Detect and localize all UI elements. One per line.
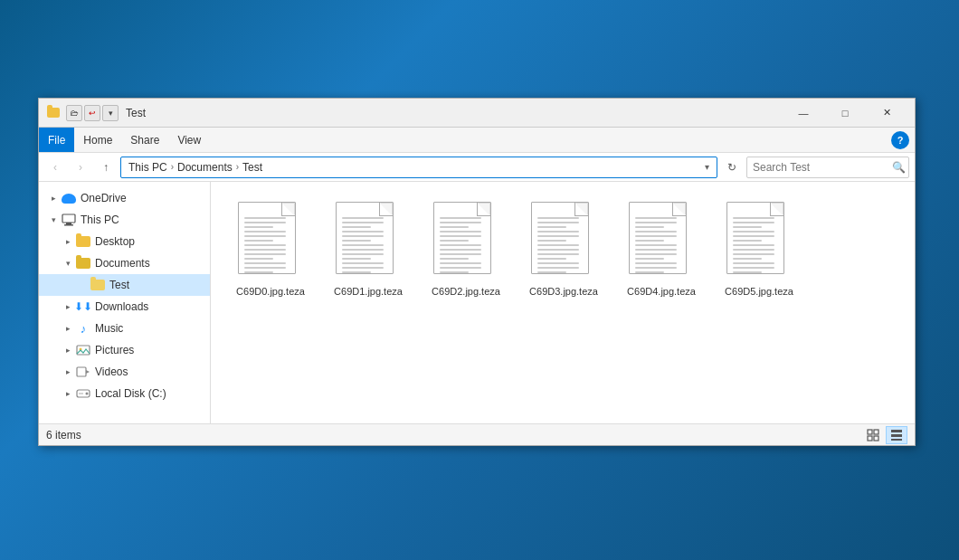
sidebar-label-downloads: Downloads [95, 300, 148, 313]
videos-icon [75, 364, 91, 380]
file-item-1[interactable]: C69D1.jpg.teza [323, 196, 413, 303]
chevron-pictures [61, 343, 75, 357]
svg-rect-12 [868, 436, 872, 441]
sidebar-label-onedrive: OneDrive [81, 192, 127, 204]
sidebar-item-videos[interactable]: Videos [39, 361, 210, 383]
sidebar-item-music[interactable]: ♪ Music [39, 318, 210, 339]
sidebar-item-downloads[interactable]: ⬇ Downloads [39, 296, 210, 318]
menu-view[interactable]: View [168, 128, 210, 152]
file-name-1: C69D1.jpg.teza [334, 285, 403, 298]
downloads-icon: ⬇ [75, 299, 91, 315]
chevron-documents [61, 256, 75, 271]
quick-access-toolbar: 🗁 ↩ ▾ [66, 105, 119, 121]
sidebar-label-documents: Documents [95, 257, 150, 270]
sidebar-item-local-disk[interactable]: Local Disk (C:) [39, 383, 210, 404]
sidebar-label-local-disk: Local Disk (C:) [95, 387, 166, 400]
minimize-button[interactable]: — [783, 99, 824, 128]
file-grid: C69D0.jpg.teza [225, 196, 900, 303]
menu-share[interactable]: Share [121, 128, 168, 152]
chevron-music [61, 321, 75, 336]
chevron-videos [61, 365, 75, 379]
svg-rect-15 [891, 434, 902, 437]
help-button[interactable]: ? [891, 131, 909, 149]
address-box[interactable]: This PC › Documents › Test ▾ [120, 157, 717, 178]
qs-btn-2[interactable]: ↩ [84, 105, 100, 121]
file-icon-1 [336, 202, 401, 281]
file-item-2[interactable]: C69D2.jpg.teza [421, 196, 511, 303]
sidebar-item-test[interactable]: Test [39, 274, 210, 296]
file-item-3[interactable]: C69D3.jpg.teza [518, 196, 609, 303]
back-button[interactable]: ‹ [44, 157, 66, 178]
maximize-button[interactable]: □ [824, 99, 866, 128]
sidebar-item-onedrive[interactable]: OneDrive [39, 187, 210, 209]
file-name-3: C69D3.jpg.teza [529, 285, 598, 298]
breadcrumb-sep-2: › [236, 162, 239, 172]
local-disk-icon [75, 385, 91, 402]
sidebar-label-videos: Videos [95, 365, 128, 378]
sidebar-label-music: Music [95, 322, 123, 335]
svg-rect-11 [874, 430, 878, 434]
file-name-0: C69D0.jpg.teza [236, 285, 305, 298]
address-bar: ‹ › ↑ This PC › Documents › Test ▾ ↻ 🔍 [39, 153, 915, 182]
sidebar-label-test: Test [109, 279, 129, 291]
sidebar-item-this-pc[interactable]: This PC [39, 209, 210, 231]
file-icon-3 [531, 202, 596, 281]
file-icon-5 [726, 202, 792, 281]
forward-button[interactable]: › [70, 157, 91, 178]
sidebar-item-pictures[interactable]: Pictures [39, 339, 210, 361]
svg-rect-2 [64, 224, 73, 226]
close-button[interactable]: ✕ [866, 99, 907, 128]
documents-folder-icon [75, 255, 91, 271]
test-folder-icon [90, 277, 106, 293]
music-icon: ♪ [75, 320, 91, 337]
refresh-button[interactable]: ↻ [721, 157, 743, 178]
file-icon-2 [433, 202, 498, 281]
svg-rect-16 [891, 439, 902, 441]
file-name-5: C69D5.jpg.teza [725, 285, 793, 298]
menu-home[interactable]: Home [74, 128, 121, 152]
search-box[interactable]: 🔍 [746, 157, 909, 178]
view-list-button[interactable] [886, 426, 907, 444]
file-icon-0 [238, 202, 303, 281]
sidebar-item-documents[interactable]: Documents [39, 252, 210, 274]
search-input[interactable] [753, 161, 888, 174]
breadcrumb-this-pc[interactable]: This PC [128, 161, 167, 174]
sidebar-label-this-pc: This PC [81, 214, 119, 226]
svg-rect-10 [868, 430, 872, 434]
menu-bar-right: ? [891, 131, 915, 149]
breadcrumb-sep-1: › [171, 162, 174, 172]
window-title: Test [126, 107, 783, 119]
chevron-local-disk [61, 386, 75, 401]
file-name-4: C69D4.jpg.teza [627, 285, 696, 298]
menu-file[interactable]: File [39, 128, 74, 152]
onedrive-icon [61, 190, 77, 206]
breadcrumb-documents[interactable]: Documents [177, 161, 233, 174]
svg-rect-14 [891, 430, 902, 432]
file-item-5[interactable]: C69D5.jpg.teza [714, 196, 804, 303]
svg-rect-1 [66, 223, 71, 224]
main-content: OneDrive This PC Desktop [39, 182, 915, 423]
chevron-desktop [61, 234, 75, 249]
view-grid-button[interactable] [862, 426, 884, 444]
status-count: 6 items [46, 429, 81, 441]
chevron-this-pc [46, 213, 61, 227]
sidebar-label-desktop: Desktop [95, 235, 135, 248]
up-button[interactable]: ↑ [95, 157, 117, 178]
qs-btn-3[interactable]: ▾ [102, 105, 119, 121]
file-area: C69D0.jpg.teza [211, 182, 915, 423]
svg-marker-6 [86, 370, 90, 374]
breadcrumb-current: Test [242, 161, 262, 174]
pictures-icon [75, 342, 91, 358]
qs-btn-1[interactable]: 🗁 [66, 105, 82, 121]
menu-bar: File Home Share View ? [39, 128, 915, 153]
svg-rect-0 [62, 214, 75, 223]
svg-rect-13 [874, 436, 878, 441]
window-icon [46, 106, 61, 120]
address-dropdown-arrow[interactable]: ▾ [705, 162, 709, 172]
file-item-0[interactable]: C69D0.jpg.teza [225, 196, 316, 303]
sidebar: OneDrive This PC Desktop [39, 182, 211, 423]
window-controls: — □ ✕ [783, 99, 907, 128]
chevron-downloads [61, 299, 75, 314]
file-item-4[interactable]: C69D4.jpg.teza [616, 196, 707, 303]
sidebar-item-desktop[interactable]: Desktop [39, 231, 210, 252]
